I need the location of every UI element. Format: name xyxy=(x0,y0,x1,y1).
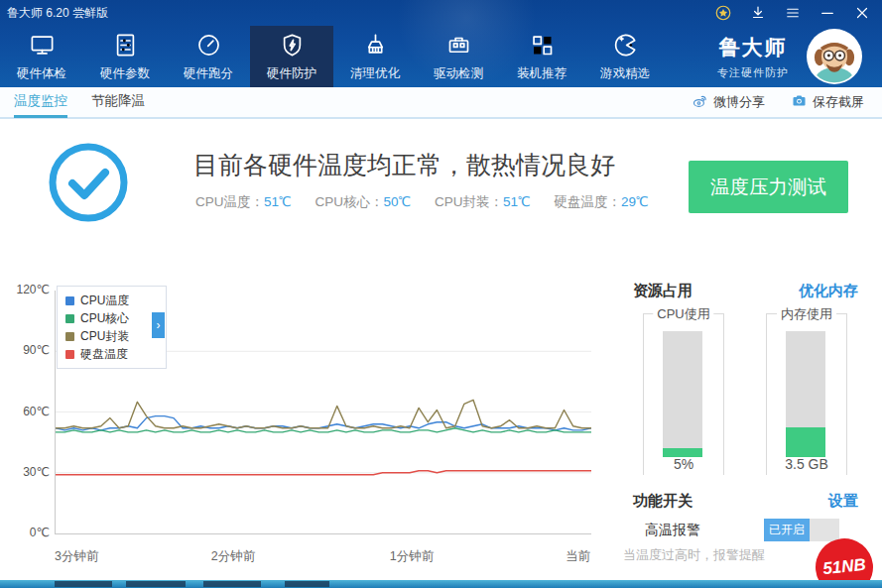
gauge-fill xyxy=(786,427,825,457)
legend-label: 硬盘温度 xyxy=(80,346,128,363)
y-tick-label: 30℃ xyxy=(12,465,50,479)
ok-check-icon xyxy=(47,141,130,224)
nav-item-label: 硬件参数 xyxy=(100,65,150,82)
gauge-label: CPU使用 xyxy=(653,305,713,323)
nav-item-硬件防护[interactable]: 硬件防护 xyxy=(250,26,333,87)
camera-icon xyxy=(791,92,808,112)
metric-value: 29℃ xyxy=(621,194,648,209)
y-tick-label: 0℃ xyxy=(12,526,50,539)
action-微博分享[interactable]: 微博分享 xyxy=(692,92,765,112)
action-保存截屏[interactable]: 保存截屏 xyxy=(791,92,864,112)
titlebar-controls xyxy=(713,3,872,23)
grid-icon xyxy=(529,32,556,62)
nav-item-label: 硬件体检 xyxy=(17,65,66,82)
minimize-icon[interactable] xyxy=(818,3,837,23)
nav-item-label: 硬件防护 xyxy=(267,65,316,82)
toggle-on-label: 已开启 xyxy=(764,519,810,541)
gauge-value: 3.5 GB xyxy=(767,456,846,472)
series-CPU封装 xyxy=(56,400,591,428)
temperature-metrics: CPU温度：51℃CPU核心：50℃CPU封装：51℃硬盘温度：29℃ xyxy=(195,193,648,211)
switches-title: 功能开关 xyxy=(633,492,693,511)
metric-label: CPU核心： xyxy=(315,194,383,209)
legend-expand-button[interactable]: › xyxy=(152,312,165,338)
taskbar-item xyxy=(55,581,112,587)
gauge-track xyxy=(663,331,702,457)
nav-item-硬件跑分[interactable]: 硬件跑分 xyxy=(167,26,250,87)
download-icon[interactable] xyxy=(748,3,768,23)
action-label: 保存截屏 xyxy=(813,93,864,111)
metric-value: 51℃ xyxy=(264,194,291,209)
stress-test-button[interactable]: 温度压力测试 xyxy=(689,161,848,213)
x-tick-label: 2分钟前 xyxy=(211,548,255,565)
menu-icon[interactable] xyxy=(783,3,803,23)
main-nav: 硬件体检硬件参数硬件跑分硬件防护清理优化驱动检测装机推荐游戏精选 xyxy=(0,26,667,87)
x-tick-label: 当前 xyxy=(566,548,590,565)
y-tick-label: 60℃ xyxy=(12,405,50,418)
toggle-track xyxy=(810,519,839,541)
shield-bolt-icon xyxy=(279,32,306,62)
sub-actions: 微博分享保存截屏 xyxy=(692,87,864,117)
close-icon[interactable] xyxy=(852,3,872,23)
nav-item-label: 游戏精选 xyxy=(600,65,650,82)
gauge-value: 5% xyxy=(644,456,723,472)
tab-节能降温[interactable]: 节能降温 xyxy=(91,87,145,115)
sliders-doc-icon xyxy=(112,32,139,62)
nav-item-游戏精选[interactable]: 游戏精选 xyxy=(583,26,667,87)
metric-label: CPU封装： xyxy=(435,194,503,209)
legend-swatch xyxy=(65,296,74,305)
gauge-内存使用: 内存使用3.5 GB xyxy=(766,313,847,475)
vip-icon[interactable] xyxy=(713,3,733,23)
high-temp-alarm-label: 高温报警 xyxy=(645,522,700,539)
legend-label: CPU温度 xyxy=(80,293,129,309)
legend-item: 硬盘温度 xyxy=(65,345,166,363)
sub-tab-bar: 温度监控节能降温 微博分享保存截屏 xyxy=(0,87,882,119)
y-tick-label: 90℃ xyxy=(12,343,50,357)
taskbar-item xyxy=(285,581,329,587)
tab-温度监控[interactable]: 温度监控 xyxy=(14,87,67,118)
header: 鲁大师 6.20 尝鲜版 硬件体检硬件参数硬件跑分硬件防护清理优化驱动检测装机推… xyxy=(0,0,882,87)
legend-label: CPU核心 xyxy=(80,310,129,327)
action-label: 微博分享 xyxy=(713,93,765,111)
ludashi-window: 鲁大师 6.20 尝鲜版 硬件体检硬件参数硬件跑分硬件防护清理优化驱动检测装机推… xyxy=(0,0,882,588)
toolbox-icon xyxy=(445,32,472,62)
brand: 鲁大师 专注硬件防护 xyxy=(717,34,789,80)
nav-item-label: 硬件跑分 xyxy=(184,65,233,82)
broom-icon xyxy=(362,32,389,62)
nav-item-label: 驱动检测 xyxy=(434,65,483,82)
legend-item: CPU核心 xyxy=(65,309,166,327)
gauge-icon xyxy=(195,32,222,62)
metric-label: CPU温度： xyxy=(195,194,264,209)
nav-item-label: 清理优化 xyxy=(350,65,400,82)
resources-title: 资源占用 xyxy=(633,282,693,300)
temperature-metric: 硬盘温度：29℃ xyxy=(554,193,648,211)
gauge-CPU使用: CPU使用5% xyxy=(643,313,724,475)
nav-item-硬件体检[interactable]: 硬件体检 xyxy=(0,26,83,87)
nav-item-装机推荐[interactable]: 装机推荐 xyxy=(500,26,583,87)
alarm-description: 当温度过高时，报警提醒 xyxy=(623,546,765,564)
legend-items: CPU温度CPU核心CPU封装硬盘温度 xyxy=(65,292,166,363)
status-headline: 目前各硬件温度均正常，散热情况良好 xyxy=(193,149,615,181)
settings-link[interactable]: 设置 xyxy=(828,492,858,511)
avatar[interactable] xyxy=(807,29,862,84)
metric-label: 硬盘温度： xyxy=(554,194,621,209)
legend-swatch xyxy=(65,332,74,341)
legend-swatch xyxy=(65,350,74,359)
pacman-icon xyxy=(612,32,639,62)
nav-item-驱动检测[interactable]: 驱动检测 xyxy=(417,26,500,87)
high-temp-alarm-toggle[interactable]: 已开启 xyxy=(764,519,839,541)
optimize-memory-link[interactable]: 优化内存 xyxy=(799,282,858,300)
temperature-metric: CPU温度：51℃ xyxy=(195,193,291,211)
gauge-label: 内存使用 xyxy=(777,305,836,323)
temperature-metric: CPU核心：50℃ xyxy=(315,193,410,211)
x-tick-label: 1分钟前 xyxy=(390,548,434,565)
nav-item-清理优化[interactable]: 清理优化 xyxy=(333,26,417,87)
legend-swatch xyxy=(65,314,74,323)
nav-item-硬件参数[interactable]: 硬件参数 xyxy=(83,26,167,87)
legend-item: CPU温度 xyxy=(65,292,166,309)
metric-value: 51℃ xyxy=(503,194,530,209)
gauge-track xyxy=(786,331,825,457)
window-title: 鲁大师 6.20 尝鲜版 xyxy=(7,5,108,22)
taskbar-strip xyxy=(0,580,882,588)
taskbar-item xyxy=(126,581,186,587)
taskbar-item xyxy=(203,581,261,587)
